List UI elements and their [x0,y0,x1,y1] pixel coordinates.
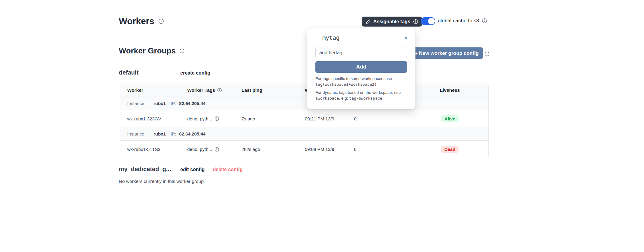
create-config-button[interactable]: create config [180,70,210,76]
help2-text: For dynamic tags based on the workspace,… [315,90,401,95]
header-liveness: Liveness [411,88,488,93]
tag-item: - mytag [315,34,339,41]
assignable-tags-popover: - mytag × Add For tags specific to some … [307,28,415,109]
add-tag-button[interactable]: Add [315,61,407,73]
global-cache-toggle[interactable] [421,17,435,25]
instance-label: Instance: [127,131,146,136]
header-worker-tags: Worker Tags [187,88,242,93]
ip-value: 82.64.205.44 [179,131,206,136]
worker-row: wk-rubx1-51TS3 deno, pyth... 282s ago 09… [120,141,488,158]
worker-groups-title: Worker Groups [119,46,185,56]
ip-label: IP: [171,131,176,136]
header-last-ping: Last ping [242,88,305,93]
worker-groups-info-icon[interactable] [179,48,185,53]
worker-tags-info-icon[interactable] [217,88,222,93]
worker-name: wk-rubx1-51TS3 [120,147,187,152]
tags-help-dynamic: For dynamic tags based on the workspace,… [315,90,409,101]
page-title-text: Workers [119,16,154,26]
instance-row: Instance: rubx1 IP: 82.64.205.44 [120,97,488,110]
liveness-badge: Alive [441,115,459,122]
assignable-tags-button[interactable]: Assignable tags [362,17,422,27]
group-name-default: default [119,69,139,76]
worker-tags-row-info-icon[interactable] [214,116,219,121]
instance-label: Instance: [127,101,146,106]
worker-tags-row-info-icon[interactable] [214,147,219,152]
worker-start: 09:21 PM 13/9 [305,116,354,121]
new-tag-input[interactable] [315,47,407,58]
page-title: Workers [119,16,164,26]
ip-value: 82.64.205.44 [179,101,206,106]
workers-table: Worker Worker Tags Last ping W Liveness … [120,84,489,158]
help1-text: For tags specific to some workspaces, us… [315,76,392,81]
instance-name: rubx1 [153,131,166,136]
worker-jobs: 0 [354,116,411,121]
header-worker: Worker [120,88,187,93]
instance-name: rubx1 [153,101,166,106]
edit-config-button[interactable]: edit config [180,167,205,172]
table-header-row: Worker Worker Tags Last ping W Liveness [120,84,488,97]
worker-row: wk-rubx1-323GV deno, pyth... 7s ago 09:2… [120,110,488,127]
instance-row: Instance: rubx1 IP: 82.64.205.44 [120,127,488,141]
workers-info-icon[interactable] [158,18,164,24]
worker-jobs: 0 [354,147,411,152]
pencil-icon [366,19,371,24]
worker-last-ping: 282s ago [242,147,305,152]
worker-start: 09:08 PM 13/9 [305,147,354,152]
new-worker-group-config-info-icon[interactable] [485,51,490,56]
delete-config-button[interactable]: delete config [213,167,243,172]
empty-group-message: No workers currently in this worker grou… [119,179,204,184]
worker-name: wk-rubx1-323GV [120,116,187,121]
global-cache-info-icon[interactable] [482,18,487,24]
group-name-my-dedicated: my_dedicated_g... [119,166,171,173]
help2-code1: $workspace [315,96,339,100]
assignable-tags-info-icon[interactable] [413,19,418,24]
worker-tags: deno, pyth... [187,147,212,152]
toggle-knob [428,18,435,24]
worker-tags: deno, pyth... [187,116,212,121]
worker-last-ping: 7s ago [242,116,305,121]
help2-sep: , e.g: [339,96,349,100]
new-worker-group-config-button[interactable]: + New worker group config [410,47,483,59]
remove-tag-button[interactable]: × [403,35,409,41]
ip-label: IP: [171,101,176,106]
tag-row: - mytag × [315,34,409,41]
liveness-badge: Dead [441,146,459,153]
assignable-tags-label: Assignable tags [373,19,410,24]
worker-groups-title-text: Worker Groups [119,46,176,56]
help1-code: tag(workspace1+workspace2) [315,82,377,87]
global-cache-label: global cache to s3 [438,18,479,24]
tags-help-workspaces: For tags specific to some workspaces, us… [315,76,409,87]
help2-code2: tag-$workspace [349,96,382,100]
header-worker-tags-label: Worker Tags [187,88,215,93]
